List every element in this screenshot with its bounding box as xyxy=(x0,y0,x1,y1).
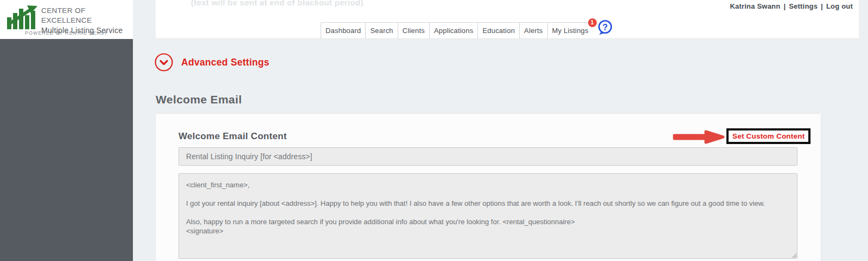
email-body-textarea[interactable]: <client_first_name>, I got your rental i… xyxy=(178,173,797,259)
tab-dashboard[interactable]: Dashboard xyxy=(321,22,365,38)
brand-name: CENTER OF EXCELLENCE xyxy=(41,6,133,25)
annotation-arrow-icon xyxy=(671,129,727,145)
panel-title: Welcome Email Content xyxy=(178,131,287,142)
question-bubble-icon: ? xyxy=(597,19,613,36)
menu-divider: | xyxy=(821,2,823,10)
nav-tabs: Dashboard Search Clients Applications Ed… xyxy=(321,19,613,38)
advanced-settings-label: Advanced Settings xyxy=(181,57,270,68)
header: (text will be sent at end of blackout pe… xyxy=(156,0,859,39)
logout-link[interactable]: Log out xyxy=(826,2,853,10)
page-title: Welcome Email xyxy=(156,93,242,106)
user-menu: Katrina Swann|Settings|Log out xyxy=(728,2,854,10)
email-subject-input[interactable] xyxy=(178,147,797,166)
tab-my-listings[interactable]: My Listings 1 xyxy=(547,22,593,38)
chevron-down-icon xyxy=(154,53,174,72)
welcome-email-panel: Welcome Email Content Set Custom Content… xyxy=(156,114,821,261)
tab-applications[interactable]: Applications xyxy=(429,22,478,38)
powered-by-label: POWERED BY RENTAL BEAST xyxy=(0,30,133,36)
advanced-settings-toggle[interactable]: Advanced Settings xyxy=(154,53,270,72)
tab-label: Applications xyxy=(434,27,474,35)
svg-text:?: ? xyxy=(602,23,608,32)
brand-logo[interactable]: CENTER OF EXCELLENCE Multiple Listing Se… xyxy=(0,0,133,39)
sidebar xyxy=(0,39,133,261)
tab-label: Search xyxy=(370,27,393,35)
help-icon[interactable]: ? xyxy=(597,19,613,38)
blackout-note: (text will be sent at end of blackout pe… xyxy=(191,0,363,7)
bar-chart-arrow-icon xyxy=(7,4,39,29)
tab-label: Clients xyxy=(403,27,425,35)
tab-label: My Listings xyxy=(552,27,589,35)
annotation-highlight-box: Set Custom Content xyxy=(726,128,810,144)
tab-clients[interactable]: Clients xyxy=(398,22,429,38)
tab-education[interactable]: Education xyxy=(477,22,519,38)
user-name: Katrina Swann xyxy=(730,2,780,10)
set-custom-content-link[interactable]: Set Custom Content xyxy=(729,130,808,142)
tab-search[interactable]: Search xyxy=(365,22,397,38)
page: (text will be sent at end of blackout pe… xyxy=(0,0,868,261)
menu-divider: | xyxy=(783,2,786,10)
tab-label: Alerts xyxy=(524,27,542,35)
notification-badge: 1 xyxy=(588,18,597,27)
settings-link[interactable]: Settings xyxy=(789,2,818,10)
tab-alerts[interactable]: Alerts xyxy=(519,22,547,38)
tab-label: Dashboard xyxy=(326,27,361,35)
tab-label: Education xyxy=(482,27,515,35)
